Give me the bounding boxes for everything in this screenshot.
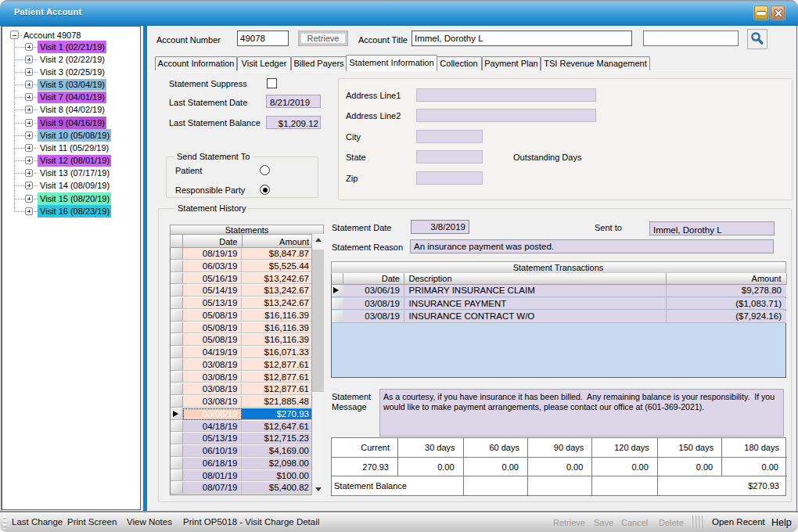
minimize-button[interactable] — [754, 5, 768, 20]
tx-row-description[interactable]: INSURANCE CONTRACT W/O — [404, 311, 667, 323]
statement-row-amount[interactable]: $2,098.00 — [242, 458, 312, 469]
sent-to-field[interactable]: Immel, Dorothy L — [649, 221, 775, 235]
last-statement-date-field[interactable]: 8/21/2019 — [266, 95, 321, 108]
tab-statement-information[interactable]: Statement Information — [346, 55, 437, 71]
tx-row-amount[interactable]: ($7,924.16) — [667, 311, 786, 323]
statement-row-amount[interactable]: $100.00 — [242, 470, 312, 482]
statement-row-date[interactable]: 08/07/19 — [183, 482, 242, 494]
tree-item-expander[interactable] — [25, 169, 33, 177]
statement-row-amount[interactable]: $16,116.39 — [242, 334, 312, 346]
statement-row-date[interactable]: 03/08/19 — [183, 408, 242, 420]
statement-row-date[interactable]: 06/03/19 — [183, 261, 242, 272]
tree-item-expander[interactable] — [25, 195, 33, 203]
tree-item[interactable]: Visit 5 (03/04/19) — [38, 79, 106, 92]
search-input[interactable] — [643, 31, 739, 46]
statement-row-amount[interactable]: $12,715.23 — [242, 433, 312, 444]
tree-item-expander[interactable] — [25, 119, 33, 127]
statement-reason-field[interactable]: An insurance payment was posted. — [410, 239, 774, 253]
tx-description-header[interactable]: Description — [404, 273, 667, 286]
tx-row-description[interactable]: INSURANCE PAYMENT — [404, 298, 667, 311]
statements-date-header[interactable]: Date — [182, 234, 243, 248]
scroll-up-arrow[interactable] — [312, 234, 324, 246]
statement-row-amount[interactable]: $12,647.61 — [242, 421, 312, 433]
tx-row-date[interactable]: 03/08/19 — [343, 311, 405, 323]
tree-item[interactable]: Visit 16 (08/23/19) — [38, 205, 111, 217]
statement-row-amount[interactable]: $270.93 — [242, 408, 312, 420]
statement-row-date[interactable]: 05/14/19 — [183, 285, 242, 297]
statement-row-date[interactable]: 05/08/19 — [183, 322, 242, 334]
scrollbar-thumb[interactable] — [312, 250, 324, 392]
statement-row-amount[interactable]: $21,885.48 — [242, 396, 312, 408]
statement-row-date[interactable]: 03/08/19 — [183, 396, 242, 408]
statement-row-amount[interactable]: $13,242.67 — [242, 273, 312, 285]
status-help[interactable]: Help — [771, 517, 792, 528]
statement-row-amount[interactable]: $12,877.61 — [242, 383, 312, 395]
statements-amount-header[interactable]: Amount — [242, 234, 313, 248]
tab-payment-plan[interactable]: Payment Plan — [482, 56, 541, 70]
statement-row-amount[interactable]: $12,877.61 — [242, 359, 312, 371]
tree-item[interactable]: Visit 3 (02/25/19) — [38, 66, 106, 79]
statement-row-date[interactable]: 05/08/19 — [183, 334, 242, 346]
tree-item[interactable]: Visit 7 (04/01/19) — [38, 92, 106, 104]
tree-item-expander[interactable] — [25, 207, 33, 215]
account-title-input[interactable]: Immel, Dorothy L — [412, 31, 632, 46]
search-button[interactable] — [747, 29, 767, 49]
tree-item-expander[interactable] — [25, 93, 33, 101]
tree-item-expander[interactable] — [25, 156, 33, 164]
address-line1-field[interactable] — [416, 88, 596, 102]
tx-date-header[interactable]: Date — [343, 273, 405, 286]
tree-item[interactable]: Visit 10 (05/08/19) — [38, 129, 111, 142]
tab-account-information[interactable]: Account Information — [155, 56, 237, 70]
statement-row-date[interactable]: 05/08/19 — [183, 310, 242, 322]
tree-item[interactable]: Visit 13 (07/17/19) — [38, 167, 111, 180]
statement-row-date[interactable]: 05/13/19 — [183, 433, 242, 444]
status-print-screen[interactable]: Print Screen — [67, 517, 117, 527]
last-statement-balance-field[interactable]: $1,209.12 — [266, 116, 321, 129]
tree-item-expander[interactable] — [25, 144, 33, 152]
city-field[interactable] — [416, 130, 483, 143]
statement-row-date[interactable]: 03/08/19 — [183, 372, 242, 383]
account-number-input[interactable]: 49078 — [237, 31, 289, 46]
statement-row-date[interactable]: 04/18/19 — [183, 421, 242, 433]
tx-amount-header[interactable]: Amount — [667, 273, 787, 286]
patient-radio[interactable] — [260, 165, 270, 175]
tab-collection[interactable]: Collection — [436, 56, 482, 70]
tree-item[interactable]: Visit 8 (04/02/19) — [38, 104, 106, 117]
tree-item[interactable]: Visit 14 (08/09/19) — [38, 180, 111, 192]
tree-root-expander[interactable] — [10, 31, 19, 39]
statement-row-amount[interactable]: $16,116.39 — [242, 322, 312, 334]
statement-row-amount[interactable]: $5,525.44 — [242, 261, 312, 272]
state-field[interactable] — [416, 150, 483, 164]
status-open-recent[interactable]: Open Recent — [712, 517, 765, 527]
statement-row-date[interactable]: 05/13/19 — [183, 297, 242, 309]
tree-item[interactable]: Visit 1 (02/21/19) — [38, 41, 106, 53]
statement-row-amount[interactable]: $13,242.67 — [242, 297, 312, 309]
tree-item[interactable]: Visit 15 (08/20/19) — [38, 192, 111, 205]
statements-table[interactable]: StatementsDateAmount08/19/19$8,847.8706/… — [170, 225, 324, 495]
statement-row-amount[interactable]: $13,242.67 — [242, 285, 312, 297]
tx-row-amount[interactable]: ($1,083.71) — [667, 298, 786, 311]
tx-row-date[interactable]: 03/08/19 — [343, 298, 405, 311]
tab-visit-ledger[interactable]: Visit Ledger — [237, 56, 291, 70]
account-tree[interactable]: Account 49078Visit 1 (02/21/19)Visit 2 (… — [2, 26, 141, 510]
statement-date-field[interactable]: 3/8/2019 — [411, 220, 469, 234]
title-bar[interactable]: Patient Account — [0, 0, 798, 26]
tab-billed-payers[interactable]: Billed Payers — [291, 56, 347, 70]
statement-row-date[interactable]: 06/18/19 — [183, 458, 242, 469]
retrieve-button[interactable]: Retrieve — [298, 31, 348, 46]
statement-row-date[interactable]: 04/19/19 — [183, 347, 242, 358]
statement-transactions-table[interactable]: Statement TransactionsDateDescriptionAmo… — [331, 261, 786, 378]
tree-item[interactable]: Visit 9 (04/16/19) — [38, 117, 106, 129]
statement-row-date[interactable]: 08/01/19 — [183, 470, 242, 482]
statement-row-amount[interactable]: $12,877.61 — [242, 372, 312, 383]
tree-item-expander[interactable] — [25, 56, 33, 63]
status-print-op5018-visit-charge-detail[interactable]: Print OP5018 - Visit Charge Detail — [183, 517, 319, 527]
scroll-down-arrow[interactable] — [312, 483, 324, 495]
statement-row-date[interactable]: 06/10/19 — [183, 445, 242, 457]
statement-row-amount[interactable]: $4,169.00 — [242, 445, 312, 457]
tree-item-expander[interactable] — [25, 68, 33, 76]
tx-row-description[interactable]: PRIMARY INSURANCE CLAIM — [404, 285, 667, 297]
splitter[interactable] — [143, 26, 147, 512]
statements-scrollbar[interactable] — [311, 234, 324, 495]
tab-tsi-revenue-management[interactable]: TSI Revenue Management — [541, 56, 650, 70]
